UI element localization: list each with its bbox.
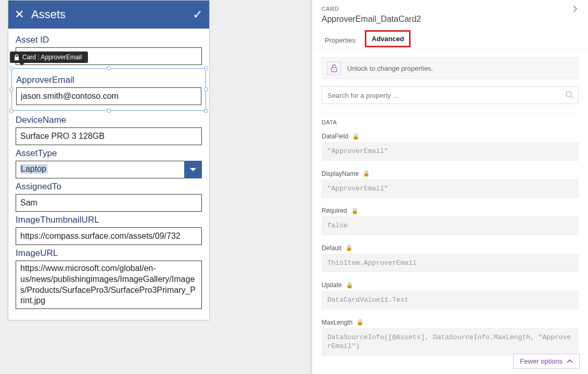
- resize-handle[interactable]: [9, 87, 14, 92]
- chevron-down-icon[interactable]: [184, 161, 202, 178]
- lock-icon: 🔒: [351, 208, 359, 214]
- phone-header: ✕ Assets ✓: [8, 1, 209, 29]
- resize-handle[interactable]: [204, 66, 208, 70]
- prop-default: Default 🔒 ThisItem.ApproverEmail: [322, 244, 579, 273]
- input-device-name[interactable]: [16, 127, 202, 145]
- lock-icon: 🔒: [356, 319, 364, 326]
- prop-datafield-value[interactable]: "ApproverEmail": [322, 142, 579, 161]
- resize-handle[interactable]: [9, 66, 14, 70]
- label-image-url: ImageURL: [16, 248, 202, 259]
- form-body: Asset ID Card : ApproverEmail: [8, 29, 209, 320]
- resize-handle[interactable]: [204, 87, 208, 92]
- prop-displayname-value[interactable]: "ApproverEmail": [322, 179, 579, 198]
- section-data-label: DATA: [322, 113, 579, 125]
- label-device-name: DeviceName: [16, 115, 202, 125]
- selection-tooltip: Card : ApproverEmail: [10, 51, 88, 63]
- prop-required-label: Required: [322, 207, 347, 214]
- chevron-right-icon[interactable]: [571, 5, 579, 12]
- prop-required-value[interactable]: false: [322, 216, 579, 235]
- label-thumb-url: ImageThumbnailURL: [16, 215, 202, 225]
- search-icon[interactable]: [565, 91, 573, 99]
- svg-point-1: [566, 92, 571, 97]
- prop-maxlength-value[interactable]: DataSourceInfo([@Assets], DataSourceInfo…: [322, 328, 579, 356]
- search-input[interactable]: [322, 86, 579, 104]
- canvas-area: ✕ Assets ✓ Asset ID Card : ApproverEmail: [0, 0, 310, 374]
- resize-handle[interactable]: [9, 109, 14, 113]
- prop-maxlength: MaxLength 🔒 DataSourceInfo([@Assets], Da…: [322, 319, 579, 356]
- field-device-name: DeviceName: [16, 115, 202, 145]
- selection-tooltip-text: Card : ApproverEmail: [22, 54, 82, 61]
- prop-update: Update 🔒 DataCardValue11.Text: [322, 281, 579, 309]
- panel-title: ApproverEmail_DataCard2: [322, 15, 579, 24]
- label-asset-id: Asset ID: [16, 35, 202, 45]
- field-image-url: ImageURL: [16, 248, 202, 311]
- prop-maxlength-label: MaxLength: [322, 319, 352, 326]
- unlock-icon: [327, 61, 341, 75]
- check-icon[interactable]: ✓: [193, 7, 203, 22]
- prop-default-value[interactable]: ThisItem.ApproverEmail: [322, 254, 579, 273]
- input-approver-email[interactable]: [16, 87, 201, 105]
- resize-handle[interactable]: [204, 109, 208, 113]
- svg-line-2: [571, 96, 573, 98]
- lock-icon: 🔒: [352, 133, 360, 140]
- lock-icon: 🔒: [363, 170, 370, 177]
- close-icon[interactable]: ✕: [15, 8, 29, 21]
- prop-update-label: Update: [322, 281, 342, 289]
- unlock-bar[interactable]: Unlock to change properties.: [322, 57, 579, 79]
- phone-preview: ✕ Assets ✓ Asset ID Card : ApproverEmail: [8, 0, 210, 320]
- field-assigned-to: AssignedTo: [16, 182, 202, 212]
- screen-title: Assets: [29, 8, 193, 21]
- field-asset-type: AssetType Laptop: [16, 148, 202, 178]
- tab-properties[interactable]: Properties: [322, 32, 359, 49]
- label-assigned-to: AssignedTo: [16, 182, 202, 192]
- prop-datafield: DataField 🔒 "ApproverEmail": [322, 133, 579, 161]
- prop-displayname: DisplayName 🔒 "ApproverEmail": [322, 170, 579, 198]
- panel-tabs: Properties Advanced: [312, 30, 588, 50]
- input-assigned-to[interactable]: [16, 194, 202, 212]
- fewer-options-button[interactable]: Fewer options: [513, 354, 580, 369]
- properties-panel: CARD ApproverEmail_DataCard2 Properties …: [310, 0, 588, 374]
- label-asset-type: AssetType: [16, 148, 202, 159]
- prop-datafield-label: DataField: [322, 133, 348, 140]
- prop-update-value[interactable]: DataCardValue11.Text: [322, 291, 579, 309]
- lock-icon: 🔒: [346, 244, 353, 251]
- prop-required: Required 🔒 false: [322, 207, 579, 235]
- chevron-up-icon: [567, 358, 573, 365]
- tab-advanced[interactable]: Advanced: [365, 30, 411, 47]
- panel-header: CARD ApproverEmail_DataCard2: [312, 0, 588, 30]
- resize-handle[interactable]: [107, 66, 111, 70]
- field-thumb-url: ImageThumbnailURL: [16, 215, 202, 245]
- fewer-options-label: Fewer options: [520, 357, 563, 365]
- resize-handle[interactable]: [107, 109, 111, 113]
- select-asset-type[interactable]: Laptop: [16, 161, 202, 178]
- prop-default-label: Default: [322, 244, 341, 252]
- unlock-text: Unlock to change properties.: [347, 65, 433, 72]
- selected-card-approver-email[interactable]: Card : ApproverEmail ApproverEmail: [11, 68, 206, 111]
- panel-kicker: CARD: [322, 6, 339, 12]
- svg-rect-0: [331, 68, 337, 72]
- select-asset-type-text: Laptop: [20, 164, 47, 174]
- label-approver-email: ApproverEmail: [16, 75, 201, 85]
- prop-displayname-label: DisplayName: [322, 170, 359, 177]
- lock-icon: 🔒: [346, 282, 353, 289]
- input-thumb-url[interactable]: [16, 227, 202, 245]
- lock-icon: [14, 54, 19, 60]
- property-search: [322, 86, 579, 104]
- input-image-url[interactable]: [16, 261, 202, 309]
